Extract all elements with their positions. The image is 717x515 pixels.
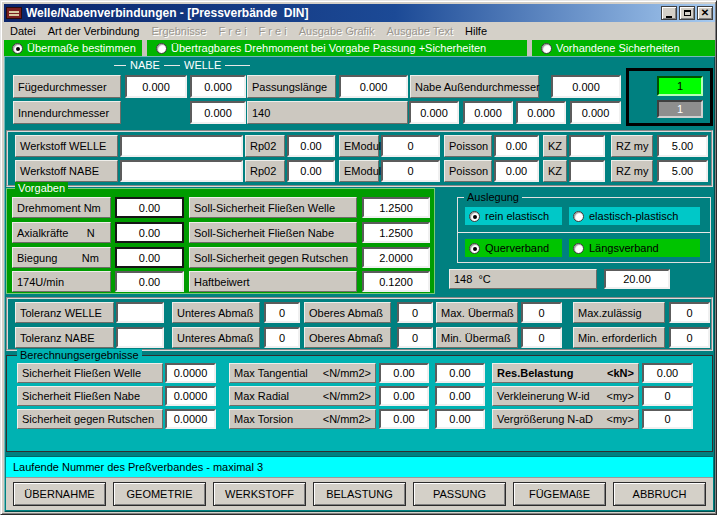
option-elastisch-plastisch[interactable]: elastisch-plastisch xyxy=(569,207,700,225)
max-torsion-field-2[interactable]: 0.00 xyxy=(435,409,485,429)
mode-option-sicherheiten[interactable]: Vorhandene Sicherheiten xyxy=(541,41,680,55)
minimize-button[interactable] xyxy=(661,6,677,20)
toleranz-welle-label: Toleranz WELLE xyxy=(15,302,114,323)
rp02-welle-label: Rp02 xyxy=(245,135,285,157)
vergroesserung-field[interactable]: 0 xyxy=(642,409,693,429)
rzmy-welle-field[interactable]: 5.00 xyxy=(657,135,708,157)
sicherheit-rutschen-field[interactable]: 0.0000 xyxy=(165,409,216,429)
unteres-abmass-nabe-field[interactable]: 0 xyxy=(264,327,300,348)
max-zulaessig-label: Max.zulässig xyxy=(573,302,665,323)
verkleinerung-field[interactable]: 0 xyxy=(642,386,693,406)
abbruch-button[interactable]: ABBRUCH xyxy=(613,482,706,506)
soll-rutschen-field[interactable]: 2.0000 xyxy=(362,247,430,268)
unteres-abmass-nabe-label: Unteres Abmaß xyxy=(172,327,260,348)
drehzahl-label: 174U/min xyxy=(12,271,111,292)
option-laengsverband[interactable]: Längsverband xyxy=(569,239,700,257)
counter-active-field[interactable]: 1 xyxy=(657,76,703,96)
app-icon xyxy=(6,7,22,19)
haftbeiwert-field[interactable]: 0.1200 xyxy=(362,271,430,292)
soll-fliessen-welle-label: Soll-Sicherheit Fließen Welle xyxy=(189,197,357,218)
max-radial-field-1[interactable]: 0.00 xyxy=(379,386,429,406)
drehmoment-field[interactable]: 0.00 xyxy=(115,197,184,218)
fuegedurchmesser-nabe-field[interactable]: 0.000 xyxy=(125,75,187,98)
drehzahl-field[interactable]: 0.00 xyxy=(115,271,184,292)
sicherheit-fliessen-nabe-label: Sicherheit Fließen Nabe xyxy=(17,386,163,406)
menu-datei[interactable]: Datei xyxy=(4,23,42,39)
werkstoff-nabe-name-field[interactable] xyxy=(120,160,243,182)
belastung-button[interactable]: BELASTUNG xyxy=(313,482,406,506)
rp02-nabe-field[interactable]: 0.00 xyxy=(287,160,335,182)
passungslaenge-field[interactable]: 0.000 xyxy=(339,75,408,98)
passung-button[interactable]: PASSUNG xyxy=(413,482,506,506)
biegung-field[interactable]: 0.00 xyxy=(115,247,184,268)
column-header-welle: WELLE xyxy=(180,59,225,71)
max-torsion-field-1[interactable]: 0.00 xyxy=(379,409,429,429)
max-tangential-field-2[interactable]: 0.00 xyxy=(435,363,485,383)
sicherheit-fliessen-nabe-field[interactable]: 0.0000 xyxy=(165,386,216,406)
werkstoff-welle-label: Werkstoff WELLE xyxy=(15,135,118,157)
column-header-nabe: NABE xyxy=(126,59,164,71)
max-uebermass-field[interactable]: 0 xyxy=(521,302,562,323)
vergroesserung-label: Vergrößerung N-aD <my> xyxy=(492,409,639,429)
min-erforderlich-field[interactable]: 0 xyxy=(669,327,710,348)
option-querverband[interactable]: Querverband xyxy=(465,239,562,257)
fuegemasse-button[interactable]: FÜGEMAßE xyxy=(513,482,606,506)
geometry-extra-field-3[interactable]: 0.000 xyxy=(516,101,566,124)
geometrie-button[interactable]: GEOMETRIE xyxy=(113,482,206,506)
werkstoff-button[interactable]: WERKSTOFF xyxy=(213,482,306,506)
max-radial-label: Max Radial <N/mm2> xyxy=(229,386,376,406)
menu-bar: Datei Art der Verbindung Ergebnisse F r … xyxy=(4,22,715,40)
nabe-aussendurchmesser-field[interactable]: 0.000 xyxy=(551,75,621,98)
oberes-abmass-nabe-field[interactable]: 0 xyxy=(397,327,433,348)
min-uebermass-field[interactable]: 0 xyxy=(521,327,562,348)
toleranz-welle-field[interactable] xyxy=(116,302,164,323)
maximize-icon xyxy=(684,10,691,16)
axialkraefte-field[interactable]: 0.00 xyxy=(115,222,184,243)
geometry-extra-field-2[interactable]: 0.000 xyxy=(463,101,513,124)
fuegedurchmesser-welle-field[interactable]: 0.000 xyxy=(190,75,246,98)
poisson-nabe-label: Poisson xyxy=(444,160,492,182)
close-button[interactable]: ✕ xyxy=(697,6,713,20)
mode-option-drehmoment[interactable]: Übertragbares Drehmoment bei Vorgabe Pas… xyxy=(156,41,486,55)
poisson-welle-field[interactable]: 0.00 xyxy=(494,135,539,157)
innendurchmesser-welle-field[interactable]: 0.000 xyxy=(190,101,246,124)
maximize-button[interactable] xyxy=(679,6,695,20)
max-tangential-field-1[interactable]: 0.00 xyxy=(379,363,429,383)
soll-fliessen-nabe-field[interactable]: 1.2500 xyxy=(362,222,430,243)
radio-icon xyxy=(12,43,23,54)
radio-icon xyxy=(156,43,167,54)
emodul-nabe-field[interactable]: 0 xyxy=(381,160,440,182)
axialkraefte-label: Axialkräfte N xyxy=(12,222,111,243)
temperatur-field[interactable]: 20.00 xyxy=(604,269,670,289)
max-radial-field-2[interactable]: 0.00 xyxy=(435,386,485,406)
poisson-nabe-field[interactable]: 0.00 xyxy=(494,160,539,182)
mode-option-uebermasse[interactable]: Übermaße bestimmen xyxy=(12,41,136,55)
uebernahme-button[interactable]: ÜBERNAHME xyxy=(13,482,106,506)
pressverband-counter-box: 1 1 xyxy=(626,68,713,126)
menu-art-der-verbindung[interactable]: Art der Verbindung xyxy=(42,23,146,39)
max-zulaessig-field[interactable]: 0 xyxy=(669,302,710,323)
kz-nabe-field[interactable] xyxy=(569,160,605,182)
min-uebermass-label: Min. Übermaß xyxy=(436,327,518,348)
rzmy-welle-label: RZ my xyxy=(611,135,653,157)
emodul-welle-field[interactable]: 0 xyxy=(381,135,440,157)
option-rein-elastisch[interactable]: rein elastisch xyxy=(465,207,562,225)
kz-welle-field[interactable] xyxy=(569,135,605,157)
sicherheit-rutschen-label: Sicherheit gegen Rutschen xyxy=(17,409,163,429)
res-belastung-field[interactable]: 0.00 xyxy=(642,363,693,383)
unteres-abmass-welle-field[interactable]: 0 xyxy=(264,302,300,323)
soll-fliessen-welle-field[interactable]: 1.2500 xyxy=(362,197,430,218)
geometry-extra-field-4[interactable]: 0.000 xyxy=(570,101,621,124)
rp02-welle-field[interactable]: 0.00 xyxy=(287,135,335,157)
werkstoff-welle-name-field[interactable] xyxy=(120,135,243,157)
menu-hilfe[interactable]: Hilfe xyxy=(459,23,493,39)
werkstoff-nabe-label: Werkstoff NABE xyxy=(15,160,118,182)
unteres-abmass-welle-label: Unteres Abmaß xyxy=(172,302,260,323)
vorgaben-title: Vorgaben xyxy=(15,182,68,194)
max-uebermass-label: Max. Übermaß xyxy=(436,302,518,323)
geometry-extra-field-1[interactable]: 0.000 xyxy=(409,101,459,124)
sicherheit-fliessen-welle-field[interactable]: 0.0000 xyxy=(165,363,216,383)
toleranz-nabe-field[interactable] xyxy=(116,327,164,348)
rzmy-nabe-field[interactable]: 5.00 xyxy=(657,160,708,182)
oberes-abmass-welle-field[interactable]: 0 xyxy=(397,302,433,323)
